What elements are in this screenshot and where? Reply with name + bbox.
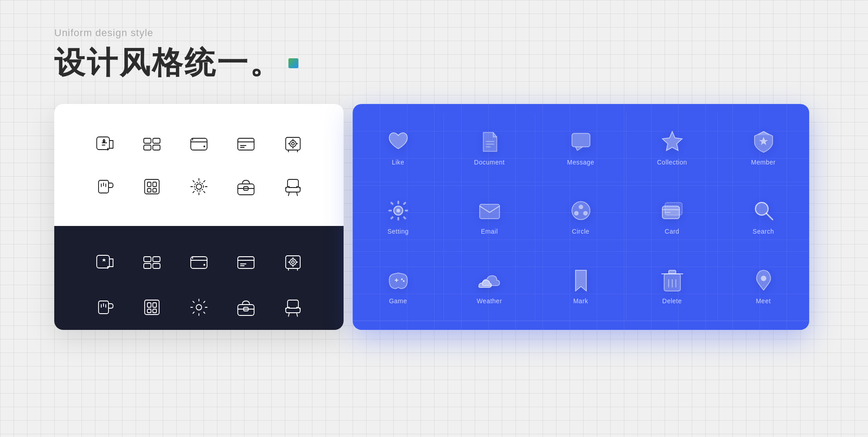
icon-seat-outline-light <box>279 173 307 200</box>
svg-marker-40 <box>102 258 106 262</box>
icon-wallet-dark <box>185 249 212 276</box>
svg-rect-10 <box>238 138 254 150</box>
svg-point-92 <box>572 202 590 220</box>
svg-rect-44 <box>153 263 160 268</box>
svg-marker-79 <box>662 132 682 150</box>
svg-point-95 <box>583 211 588 216</box>
svg-rect-88 <box>402 202 406 205</box>
icon-credit-card-outline-light <box>232 130 259 157</box>
icon-album-dark <box>138 294 165 321</box>
svg-point-112 <box>761 276 766 281</box>
svg-rect-5 <box>153 138 160 143</box>
svg-rect-86 <box>405 210 408 211</box>
label-game: Game <box>389 297 407 305</box>
svg-line-101 <box>766 213 773 220</box>
blue-icon-document[interactable]: Document <box>444 113 535 182</box>
icon-grid-dark <box>138 249 165 276</box>
svg-rect-89 <box>390 216 393 220</box>
svg-rect-78 <box>572 133 590 147</box>
icon-safe-dark <box>279 249 307 276</box>
svg-rect-31 <box>153 188 156 192</box>
label-card: Card <box>665 228 679 235</box>
icon-album-outline-light <box>138 173 165 200</box>
blue-icon-message[interactable]: Message <box>535 113 627 182</box>
svg-rect-97 <box>662 206 679 219</box>
icon-purse-outline-light <box>232 173 259 200</box>
blue-icon-search[interactable]: Search <box>718 182 809 251</box>
svg-rect-7 <box>153 145 160 150</box>
svg-rect-28 <box>147 182 151 187</box>
icon-mug-dark <box>91 294 118 321</box>
svg-rect-66 <box>153 303 156 307</box>
blue-icon-card[interactable]: Card <box>627 182 718 251</box>
svg-point-33 <box>194 182 203 191</box>
label-email: Email <box>481 228 498 235</box>
blue-icon-setting[interactable]: Setting <box>353 182 444 251</box>
icon-seat-dark <box>279 294 307 321</box>
svg-point-16 <box>292 142 294 145</box>
dark-section <box>54 226 344 330</box>
title-dot <box>288 58 298 68</box>
svg-rect-0 <box>97 137 109 150</box>
svg-rect-29 <box>153 182 156 187</box>
svg-point-69 <box>196 305 202 310</box>
svg-line-37 <box>288 192 289 196</box>
icon-star-chat-dark <box>91 249 118 276</box>
icon-settings-dark <box>185 294 212 321</box>
blue-icon-like[interactable]: Like <box>353 113 444 182</box>
label-collection: Collection <box>657 159 687 166</box>
blue-icon-circle[interactable]: Circle <box>535 182 627 251</box>
label-mark: Mark <box>573 297 588 305</box>
blue-icon-email[interactable]: Email <box>444 182 535 251</box>
svg-rect-23 <box>99 180 108 193</box>
page-container: Uniform design style 设计风格统一。 <box>0 0 868 437</box>
svg-rect-39 <box>97 255 109 268</box>
icon-settings-outline-light <box>185 173 212 200</box>
svg-point-15 <box>290 141 296 147</box>
subtitle: Uniform design style <box>54 27 298 39</box>
white-section <box>54 104 344 226</box>
svg-rect-47 <box>238 257 254 268</box>
main-title: 设计风格统一。 <box>54 42 298 84</box>
svg-point-93 <box>579 205 583 209</box>
blue-icon-game[interactable]: Game <box>353 252 444 321</box>
svg-point-32 <box>196 184 202 189</box>
blue-icon-mark[interactable]: Mark <box>535 252 627 321</box>
svg-rect-27 <box>145 179 159 194</box>
svg-rect-68 <box>153 309 156 313</box>
svg-rect-8 <box>191 138 207 150</box>
svg-rect-83 <box>397 201 399 204</box>
svg-rect-84 <box>397 217 399 221</box>
label-delete: Delete <box>662 297 682 305</box>
svg-rect-70 <box>238 305 254 315</box>
label-document: Document <box>474 159 505 166</box>
svg-point-9 <box>203 146 205 147</box>
svg-point-82 <box>396 209 400 212</box>
icon-purse-dark <box>232 294 259 321</box>
blue-icon-meet[interactable]: Meet <box>718 252 809 321</box>
svg-rect-85 <box>388 210 392 211</box>
label-weather: Weather <box>476 297 502 305</box>
svg-rect-90 <box>402 216 406 220</box>
blue-icon-collection[interactable]: Collection <box>627 113 718 182</box>
svg-rect-64 <box>145 300 159 315</box>
label-member: Member <box>751 159 775 166</box>
icon-credit-card-dark <box>232 249 259 276</box>
svg-rect-91 <box>480 204 500 219</box>
icon-wallet-outline-light <box>185 130 212 157</box>
icon-mug-outline-light <box>91 173 118 200</box>
left-panel <box>54 104 344 330</box>
icon-star-chat-outline-light <box>91 130 118 157</box>
svg-rect-30 <box>147 188 151 192</box>
blue-icon-delete[interactable]: Delete <box>627 252 718 321</box>
svg-point-105 <box>403 280 405 282</box>
svg-point-94 <box>574 211 579 216</box>
svg-rect-65 <box>147 303 151 307</box>
svg-point-53 <box>292 261 294 263</box>
svg-point-46 <box>203 264 205 266</box>
blue-icon-weather[interactable]: Weather <box>444 252 535 321</box>
svg-point-104 <box>401 278 403 280</box>
label-circle: Circle <box>572 228 590 235</box>
icon-safe-outline-light <box>279 130 307 157</box>
blue-icon-member[interactable]: Member <box>718 113 809 182</box>
